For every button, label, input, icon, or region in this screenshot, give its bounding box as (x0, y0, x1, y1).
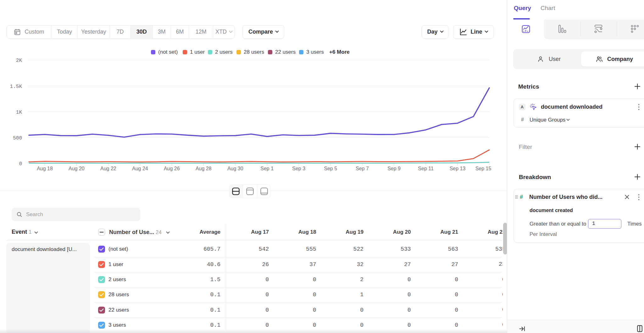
svg-text:Sep 9: Sep 9 (387, 166, 401, 171)
svg-text:Aug 26: Aug 26 (164, 166, 180, 171)
svg-text:Aug 20: Aug 20 (69, 166, 85, 171)
svg-text:Sep 11: Sep 11 (418, 166, 434, 171)
svg-text:1.5K: 1.5K (10, 84, 22, 90)
svg-text:Sep 15: Sep 15 (475, 166, 491, 171)
svg-text:Sep 3: Sep 3 (292, 166, 305, 171)
svg-text:Sep 5: Sep 5 (324, 166, 337, 171)
svg-text:Aug 22: Aug 22 (100, 166, 116, 171)
svg-text:Sep 13: Sep 13 (450, 166, 466, 171)
svg-text:Aug 28: Aug 28 (196, 166, 212, 171)
svg-text:500: 500 (13, 135, 22, 141)
svg-text:Aug 18: Aug 18 (37, 166, 53, 171)
svg-text:1K: 1K (16, 110, 22, 115)
svg-text:Sep 1: Sep 1 (260, 166, 274, 171)
svg-text:2K: 2K (16, 58, 22, 63)
svg-text:Aug 30: Aug 30 (227, 166, 243, 171)
svg-text:Aug 24: Aug 24 (132, 166, 148, 171)
svg-text:0: 0 (19, 161, 22, 167)
svg-text:Sep 7: Sep 7 (356, 166, 369, 171)
